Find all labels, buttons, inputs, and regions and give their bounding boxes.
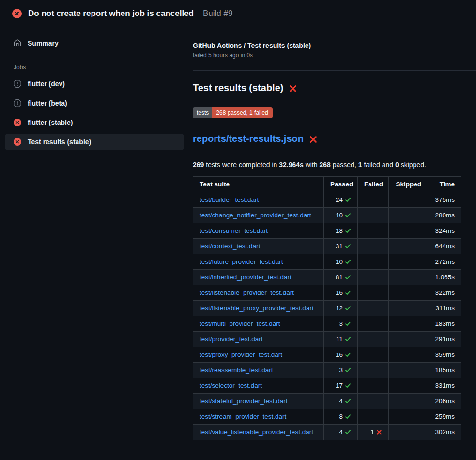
test-suite-cell: test/change_notifier_provider_test.dart (193, 208, 324, 223)
red-cross-mark-icon (289, 84, 297, 93)
test-suite-link[interactable]: test/listenable_provider_test.dart (200, 289, 294, 296)
failed-cell (358, 363, 389, 378)
passed-count: 11 (336, 336, 343, 343)
passed-count: 3 (339, 367, 343, 374)
test-suite-cell: test/builder_test.dart (193, 192, 324, 208)
tests-badge: tests 268 passed, 1 failed (193, 107, 273, 118)
passed-cell: 3 (324, 363, 358, 378)
jobs-section-label: Jobs (14, 64, 189, 71)
workflow-status-text: failed 5 hours ago in 0s (193, 52, 476, 59)
sidebar-job-item[interactable]: flutter (beta) (5, 95, 184, 111)
failed-x-circle-icon (14, 138, 21, 146)
build-number: Build #9 (203, 9, 232, 18)
test-suite-link[interactable]: test/context_test.dart (200, 243, 260, 250)
passed-count: 24 (336, 196, 343, 203)
section-heading: Test results (stable) (193, 82, 476, 99)
failed-cell (358, 332, 389, 347)
test-suite-cell: test/context_test.dart (193, 239, 324, 254)
column-header-time: Time (428, 177, 461, 192)
test-suite-link[interactable]: test/change_notifier_provider_test.dart (200, 212, 311, 219)
workflow-breadcrumb: GitHub Actions / Test results (stable) (193, 42, 476, 49)
failed-cell (358, 285, 389, 301)
skipped-cell (389, 332, 428, 347)
check-icon (345, 414, 351, 420)
time-cell: 1.065s (428, 270, 461, 285)
test-suite-link[interactable]: test/future_provider_test.dart (200, 258, 283, 265)
test-suite-link[interactable]: test/multi_provider_test.dart (200, 320, 280, 327)
skipped-cell (389, 378, 428, 394)
sidebar-job-item[interactable]: flutter (dev) (5, 76, 184, 92)
test-suite-link[interactable]: test/builder_test.dart (200, 196, 259, 203)
passed-cell: 18 (324, 223, 358, 239)
table-row: test/context_test.dart 31 644ms (193, 239, 461, 254)
summary-segment: 0 (395, 161, 399, 169)
table-row: test/change_notifier_provider_test.dart … (193, 208, 461, 223)
summary-segment: passed, (331, 161, 358, 169)
skipped-cell (389, 301, 428, 316)
passed-cell: 12 (324, 301, 358, 316)
test-suite-link[interactable]: test/stream_provider_test.dart (200, 413, 286, 420)
test-suite-link[interactable]: test/inherited_provider_test.dart (200, 274, 292, 281)
summary-segment: 269 (193, 161, 204, 169)
time-cell: 644ms (428, 239, 461, 254)
skipped-cell (389, 254, 428, 270)
test-suite-link[interactable]: test/provider_test.dart (200, 336, 263, 343)
passed-cell: 4 (324, 394, 358, 409)
failed-cell (358, 254, 389, 270)
check-icon (345, 228, 351, 234)
test-suite-cell: test/inherited_provider_test.dart (193, 270, 324, 285)
summary-segment: failed and (362, 161, 396, 169)
table-row: test/proxy_provider_test.dart 16 359ms (193, 347, 461, 363)
test-suite-cell: test/proxy_provider_test.dart (193, 347, 324, 363)
skipped-cell (389, 223, 428, 239)
check-icon (345, 290, 351, 296)
check-icon (345, 429, 351, 435)
time-cell: 322ms (428, 285, 461, 301)
check-icon (345, 197, 351, 203)
test-suite-link[interactable]: test/reassemble_test.dart (200, 367, 273, 374)
table-row: test/listenable_proxy_provider_test.dart… (193, 301, 461, 316)
sidebar-job-item[interactable]: flutter (stable) (5, 114, 184, 131)
test-suite-cell: test/consumer_test.dart (193, 223, 324, 239)
failed-x-circle-icon (14, 119, 21, 126)
test-suite-link[interactable]: test/selector_test.dart (200, 382, 262, 389)
column-header-passed: Passed (324, 177, 358, 192)
passed-cell: 10 (324, 208, 358, 223)
sidebar-summary-label: Summary (28, 39, 59, 47)
passed-cell: 31 (324, 239, 358, 254)
summary-segment: 1 (358, 161, 362, 169)
passed-cell: 8 (324, 409, 358, 425)
sidebar-job-label: flutter (beta) (28, 99, 67, 107)
time-cell: 183ms (428, 316, 461, 332)
passed-count: 16 (336, 351, 343, 358)
time-cell: 331ms (428, 378, 461, 394)
skipped-cell (389, 394, 428, 409)
passed-count: 16 (336, 289, 343, 296)
time-cell: 259ms (428, 409, 461, 425)
summary-segment: tests were completed in (204, 161, 279, 169)
section-heading-text: Test results (stable) (193, 82, 283, 93)
test-suite-link[interactable]: test/proxy_provider_test.dart (200, 351, 282, 358)
check-icon (345, 352, 351, 358)
skipped-cell (389, 347, 428, 363)
test-suite-link[interactable]: test/stateful_provider_test.dart (200, 398, 288, 405)
table-row: test/multi_provider_test.dart 3 183ms (193, 316, 461, 332)
passed-count: 18 (336, 227, 343, 234)
test-suite-cell: test/value_listenable_provider_test.dart (193, 425, 324, 440)
sidebar-job-label: flutter (dev) (28, 80, 65, 88)
results-summary-text: 269 tests were completed in 32.964s with… (193, 161, 476, 169)
passed-cell: 3 (324, 316, 358, 332)
sidebar-job-label: Test results (stable) (28, 138, 91, 146)
skipped-cell (389, 270, 428, 285)
test-suite-link[interactable]: test/value_listenable_provider_test.dart (200, 429, 313, 436)
summary-segment: 32.964s (279, 161, 304, 169)
sidebar-item-summary[interactable]: Summary (5, 35, 184, 51)
test-suite-link[interactable]: test/consumer_test.dart (200, 227, 268, 234)
skipped-cell (389, 363, 428, 378)
sidebar-job-item[interactable]: Test results (stable) (5, 134, 184, 150)
report-file-link[interactable]: reports/test-results.json (193, 133, 304, 144)
test-suite-cell: test/stateful_provider_test.dart (193, 394, 324, 409)
test-suite-cell: test/future_provider_test.dart (193, 254, 324, 270)
test-suite-link[interactable]: test/listenable_proxy_provider_test.dart (200, 305, 314, 312)
run-header: Do not create report when job is cancell… (0, 0, 476, 27)
